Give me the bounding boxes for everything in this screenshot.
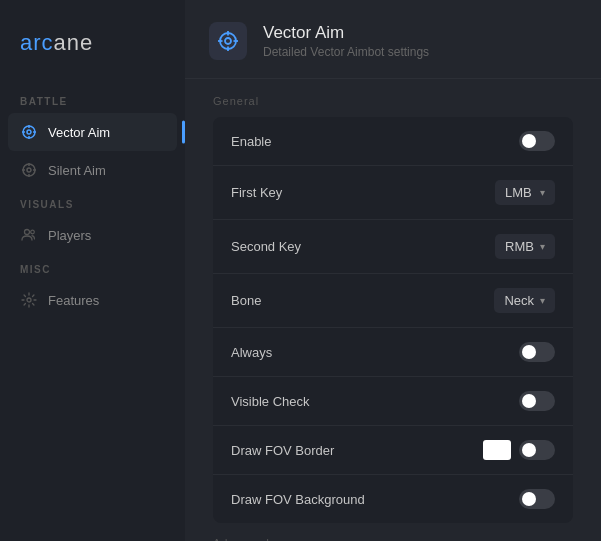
settings-content: General Enable First Key LMB ▾ bbox=[185, 79, 601, 541]
always-label: Always bbox=[231, 345, 272, 360]
first-key-dropdown[interactable]: LMB ▾ bbox=[495, 180, 555, 205]
second-key-label: Second Key bbox=[231, 239, 301, 254]
bone-label: Bone bbox=[231, 293, 261, 308]
second-key-dropdown[interactable]: RMB ▾ bbox=[495, 234, 555, 259]
app-logo: arcane bbox=[0, 20, 185, 86]
settings-group-main: Enable First Key LMB ▾ Second Key bbox=[213, 117, 573, 523]
page-subtitle: Detailed Vector Aimbot settings bbox=[263, 45, 429, 59]
enable-toggle[interactable] bbox=[519, 131, 555, 151]
setting-row-draw-fov-background: Draw FOV Background bbox=[213, 475, 573, 523]
bone-value: Neck bbox=[504, 293, 534, 308]
sidebar-label-silent-aim: Silent Aim bbox=[48, 163, 106, 178]
bone-control: Neck ▾ bbox=[494, 288, 555, 313]
general-section-label: General bbox=[213, 95, 573, 107]
sidebar-label-players: Players bbox=[48, 228, 91, 243]
setting-row-always: Always bbox=[213, 328, 573, 377]
sidebar-item-players[interactable]: Players bbox=[0, 216, 185, 254]
draw-fov-border-toggle[interactable] bbox=[519, 440, 555, 460]
sidebar-item-vector-aim[interactable]: Vector Aim bbox=[8, 113, 177, 151]
draw-fov-background-label: Draw FOV Background bbox=[231, 492, 365, 507]
first-key-control: LMB ▾ bbox=[495, 180, 555, 205]
setting-row-bone: Bone Neck ▾ bbox=[213, 274, 573, 328]
svg-point-16 bbox=[225, 38, 231, 44]
header-text: Vector Aim Detailed Vector Aimbot settin… bbox=[263, 23, 429, 59]
second-key-control: RMB ▾ bbox=[495, 234, 555, 259]
fov-border-color-swatch[interactable] bbox=[483, 440, 511, 460]
chevron-down-icon: ▾ bbox=[540, 295, 545, 306]
section-label-battle: BATTLE bbox=[0, 86, 185, 113]
setting-row-first-key: First Key LMB ▾ bbox=[213, 166, 573, 220]
svg-point-1 bbox=[27, 130, 31, 134]
enable-label: Enable bbox=[231, 134, 271, 149]
sidebar-label-vector-aim: Vector Aim bbox=[48, 125, 110, 140]
setting-row-second-key: Second Key RMB ▾ bbox=[213, 220, 573, 274]
enable-control bbox=[519, 131, 555, 151]
advanced-section-label: Advanced bbox=[213, 537, 573, 541]
section-label-misc: MISC bbox=[0, 254, 185, 281]
draw-fov-background-control bbox=[519, 489, 555, 509]
svg-point-13 bbox=[31, 230, 35, 234]
visible-check-control bbox=[519, 391, 555, 411]
chevron-down-icon: ▾ bbox=[540, 187, 545, 198]
visible-check-label: Visible Check bbox=[231, 394, 310, 409]
players-icon bbox=[20, 226, 38, 244]
setting-row-draw-fov-border: Draw FOV Border bbox=[213, 426, 573, 475]
page-header: Vector Aim Detailed Vector Aimbot settin… bbox=[185, 0, 601, 79]
setting-row-visible-check: Visible Check bbox=[213, 377, 573, 426]
draw-fov-border-control bbox=[483, 440, 555, 460]
svg-point-14 bbox=[27, 298, 31, 302]
aim-icon bbox=[20, 123, 38, 141]
always-toggle[interactable] bbox=[519, 342, 555, 362]
bone-dropdown[interactable]: Neck ▾ bbox=[494, 288, 555, 313]
setting-row-enable: Enable bbox=[213, 117, 573, 166]
first-key-label: First Key bbox=[231, 185, 282, 200]
header-icon bbox=[209, 22, 247, 60]
logo-suffix: ane bbox=[54, 30, 94, 55]
visible-check-toggle[interactable] bbox=[519, 391, 555, 411]
draw-fov-border-label: Draw FOV Border bbox=[231, 443, 334, 458]
sidebar-label-features: Features bbox=[48, 293, 99, 308]
main-content: Vector Aim Detailed Vector Aimbot settin… bbox=[185, 0, 601, 541]
first-key-value: LMB bbox=[505, 185, 532, 200]
sidebar-item-features[interactable]: Features bbox=[0, 281, 185, 319]
sidebar-item-silent-aim[interactable]: Silent Aim bbox=[0, 151, 185, 189]
svg-point-7 bbox=[27, 168, 31, 172]
draw-fov-background-toggle[interactable] bbox=[519, 489, 555, 509]
always-control bbox=[519, 342, 555, 362]
logo-prefix: arc bbox=[20, 30, 54, 55]
section-label-visuals: VISUALS bbox=[0, 189, 185, 216]
svg-point-12 bbox=[25, 230, 30, 235]
silent-aim-icon bbox=[20, 161, 38, 179]
second-key-value: RMB bbox=[505, 239, 534, 254]
sidebar: arcane BATTLE Vector Aim bbox=[0, 0, 185, 541]
features-icon bbox=[20, 291, 38, 309]
chevron-down-icon: ▾ bbox=[540, 241, 545, 252]
page-title: Vector Aim bbox=[263, 23, 429, 43]
